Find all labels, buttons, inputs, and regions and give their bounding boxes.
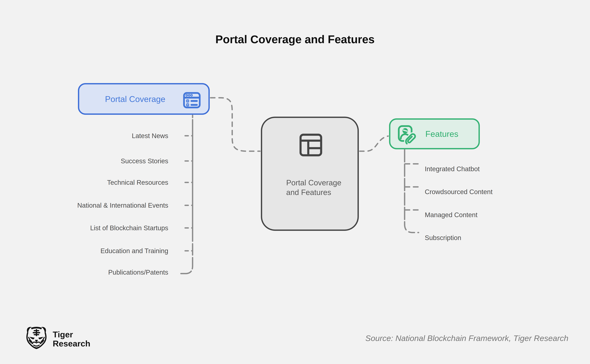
coverage-item-latest-news: Latest News [0, 131, 168, 141]
center-node: Portal Coverage and Features [261, 117, 359, 231]
browser-list-icon [183, 91, 201, 109]
coverage-item-publications: Publications/Patents [0, 267, 168, 277]
features-label: Features [425, 120, 458, 148]
center-node-label-line1: Portal Coverage [286, 178, 341, 188]
connector-coverage-to-center [210, 98, 260, 151]
coverage-item-startups: List of Blockchain Startups [0, 223, 168, 233]
contact-card-paperclip-icon [396, 124, 418, 146]
feature-item-crowdsourced: Crowdsourced Content [425, 187, 569, 196]
coverage-item-education: Education and Training [0, 246, 168, 256]
coverage-trunk-dashed [181, 230, 193, 273]
diagram-canvas: Portal Coverage and Features Portal Cove… [0, 0, 590, 364]
center-node-label: Portal Coverage and Features [286, 178, 341, 197]
features-node: Features [389, 118, 480, 149]
coverage-item-technical-resources: Technical Resources [0, 178, 168, 187]
portal-coverage-node: Portal Coverage [78, 83, 210, 115]
brand-wordmark: Tiger Research [53, 330, 90, 348]
coverage-item-events: National & International Events [0, 201, 168, 210]
center-node-label-line2: and Features [286, 188, 341, 197]
feature-item-subscription: Subscription [425, 233, 569, 242]
brand-line2: Research [53, 339, 90, 348]
feature-item-chatbot: Integrated Chatbot [425, 164, 569, 174]
brand-line1: Tiger [53, 330, 90, 339]
tiger-logo-icon [23, 326, 50, 351]
coverage-item-success-stories: Success Stories [0, 156, 168, 166]
features-trunk-curve [405, 224, 419, 233]
layout-icon [298, 132, 323, 158]
source-caption: Source: National Blockchain Framework, T… [365, 333, 568, 343]
feature-item-managed: Managed Content [425, 210, 569, 220]
connector-center-to-features [360, 136, 388, 151]
